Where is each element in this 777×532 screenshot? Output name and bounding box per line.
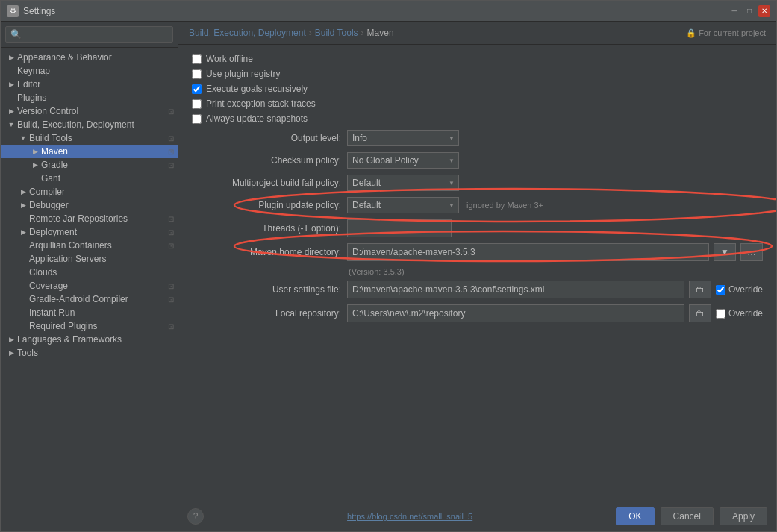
user-settings-override-checkbox[interactable]: [716, 285, 725, 295]
threads-control: [347, 219, 763, 237]
work-offline-checkbox[interactable]: [192, 54, 202, 64]
close-button[interactable]: ✕: [758, 5, 770, 17]
maven-home-dropdown-btn[interactable]: ▼: [714, 243, 736, 261]
user-settings-override-label[interactable]: Override: [728, 284, 763, 295]
sidebar-item-coverage[interactable]: Coverage ⊡: [1, 279, 178, 292]
local-repo-override-checkbox[interactable]: [716, 309, 725, 319]
external-icon: ⊡: [164, 107, 178, 116]
arrow-icon: ▶: [17, 188, 29, 195]
sidebar-item-clouds[interactable]: Clouds: [1, 266, 178, 279]
always-update-checkbox[interactable]: [192, 114, 202, 124]
user-settings-label: User settings file:: [192, 284, 341, 295]
sidebar-item-label: Required Plugins: [29, 321, 164, 331]
apply-button[interactable]: Apply: [720, 507, 767, 525]
help-button[interactable]: ?: [187, 508, 204, 525]
sidebar-item-build-tools[interactable]: ▼ Build Tools ⊡: [1, 131, 178, 145]
maven-home-control: ▼ …: [347, 243, 763, 261]
plugin-update-policy-select[interactable]: Default Always Never: [347, 197, 459, 213]
sidebar-item-tools[interactable]: ▶ Tools: [1, 346, 178, 360]
work-offline-label[interactable]: Work offline: [206, 54, 253, 64]
sidebar-item-required-plugins[interactable]: Required Plugins ⊡: [1, 319, 178, 333]
minimize-button[interactable]: ─: [728, 5, 740, 17]
sidebar-item-label: Maven: [41, 146, 164, 157]
sidebar: ▶ Appearance & Behavior Keymap ▶ Editor …: [1, 22, 178, 531]
local-repo-browse-btn[interactable]: 🗀: [689, 304, 711, 322]
output-level-label: Output level:: [192, 133, 341, 143]
sidebar-item-label: Tools: [17, 348, 178, 358]
use-plugin-registry-checkbox[interactable]: [192, 69, 202, 79]
output-level-select[interactable]: Info Debug Warn Error: [347, 130, 459, 146]
user-settings-browse-btn[interactable]: 🗀: [689, 281, 711, 298]
maven-home-input[interactable]: [347, 243, 709, 261]
breadcrumb-buildtools[interactable]: Build Tools: [315, 28, 358, 38]
threads-label: Threads (-T option):: [192, 223, 341, 234]
sidebar-item-plugins[interactable]: Plugins: [1, 91, 178, 104]
plugin-hint: ignored by Maven 3+: [466, 201, 543, 210]
use-plugin-registry-label[interactable]: Use plugin registry: [206, 69, 280, 79]
sidebar-item-label: Gant: [41, 173, 178, 184]
sidebar-item-keymap[interactable]: Keymap: [1, 64, 178, 78]
sidebar-item-build-execution[interactable]: ▼ Build, Execution, Deployment: [1, 118, 178, 131]
sidebar-item-version-control[interactable]: ▶ Version Control ⊡: [1, 104, 178, 118]
sidebar-item-label: Deployment: [29, 227, 164, 237]
breadcrumb-sep2: ›: [361, 28, 364, 38]
titlebar: ⚙ Settings ─ □ ✕: [1, 1, 776, 22]
bottom-bar: ? https://blog.csdn.net/small_snail_5 OK…: [178, 501, 776, 531]
arrow-icon: ▼: [5, 121, 17, 128]
print-stack-label[interactable]: Print exception stack traces: [206, 98, 316, 109]
arrow-icon: ▶: [17, 228, 29, 236]
local-repo-override-label[interactable]: Override: [728, 308, 763, 319]
plugin-update-policy-select-wrapper: Default Always Never: [347, 197, 459, 213]
sidebar-item-gant[interactable]: Gant: [1, 172, 178, 185]
cancel-button[interactable]: Cancel: [661, 507, 714, 525]
sidebar-item-arquillian[interactable]: Arquillian Containers ⊡: [1, 239, 178, 252]
threads-row: Threads (-T option):: [192, 219, 763, 237]
checksum-policy-select[interactable]: No Global Policy Strict Lax: [347, 152, 459, 169]
sidebar-item-label: Gradle-Android Compiler: [29, 294, 164, 304]
sidebar-item-label: Build, Execution, Deployment: [17, 119, 178, 130]
threads-input[interactable]: [347, 219, 452, 237]
sidebar-item-gradle[interactable]: ▶ Gradle ⊡: [1, 158, 178, 172]
sidebar-item-languages[interactable]: ▶ Languages & Frameworks: [1, 333, 178, 346]
sidebar-item-app-servers[interactable]: Application Servers: [1, 252, 178, 266]
sidebar-item-remote-jar[interactable]: Remote Jar Repositories ⊡: [1, 212, 178, 225]
sidebar-item-instant-run[interactable]: Instant Run: [1, 306, 178, 319]
sidebar-item-label: Coverage: [29, 281, 164, 291]
output-level-control: Info Debug Warn Error: [347, 130, 763, 146]
sidebar-item-label: Editor: [17, 79, 178, 90]
breadcrumb-build[interactable]: Build, Execution, Deployment: [189, 28, 306, 38]
local-repo-override-wrapper: Override: [716, 308, 763, 319]
arrow-icon: ▼: [17, 134, 29, 142]
arrow-icon: ▶: [17, 201, 29, 209]
sidebar-item-editor[interactable]: ▶ Editor: [1, 78, 178, 91]
multiproject-policy-select[interactable]: Default Always At End Never: [347, 175, 459, 191]
arrow-icon: ▶: [5, 349, 17, 357]
footer-url: https://blog.csdn.net/small_snail_5: [347, 512, 472, 521]
execute-goals-checkbox[interactable]: [192, 84, 202, 94]
maven-home-browse-btn[interactable]: …: [740, 243, 763, 261]
user-settings-input[interactable]: [347, 281, 684, 298]
arrow-icon: ▶: [5, 81, 17, 88]
search-input[interactable]: [5, 26, 173, 43]
arrow-icon: ▶: [5, 107, 17, 115]
sidebar-item-label: Clouds: [29, 267, 178, 278]
multiproject-policy-label: Multiproject build fail policy:: [192, 178, 341, 188]
sidebar-item-appearance[interactable]: ▶ Appearance & Behavior: [1, 51, 178, 64]
sidebar-item-label: Debugger: [29, 200, 178, 210]
sidebar-item-maven[interactable]: ▶ Maven ⊡: [1, 145, 178, 158]
breadcrumb-maven: Maven: [367, 28, 394, 38]
multiproject-policy-control: Default Always At End Never: [347, 175, 763, 191]
always-update-label[interactable]: Always update snapshots: [206, 113, 308, 124]
sidebar-item-deployment[interactable]: ▶ Deployment ⊡: [1, 225, 178, 239]
sidebar-item-compiler[interactable]: ▶ Compiler: [1, 185, 178, 198]
sidebar-item-debugger[interactable]: ▶ Debugger: [1, 198, 178, 212]
sidebar-item-gradle-android[interactable]: Gradle-Android Compiler ⊡: [1, 292, 178, 306]
ok-button[interactable]: OK: [616, 507, 654, 525]
print-stack-checkbox[interactable]: [192, 99, 202, 109]
maximize-button[interactable]: □: [743, 5, 755, 17]
execute-goals-label[interactable]: Execute goals recursively: [206, 84, 308, 94]
sidebar-item-label: Remote Jar Repositories: [29, 213, 164, 224]
use-plugin-registry-row: Use plugin registry: [192, 69, 763, 79]
local-repo-input[interactable]: [347, 304, 684, 322]
arrow-icon: ▶: [5, 336, 17, 343]
